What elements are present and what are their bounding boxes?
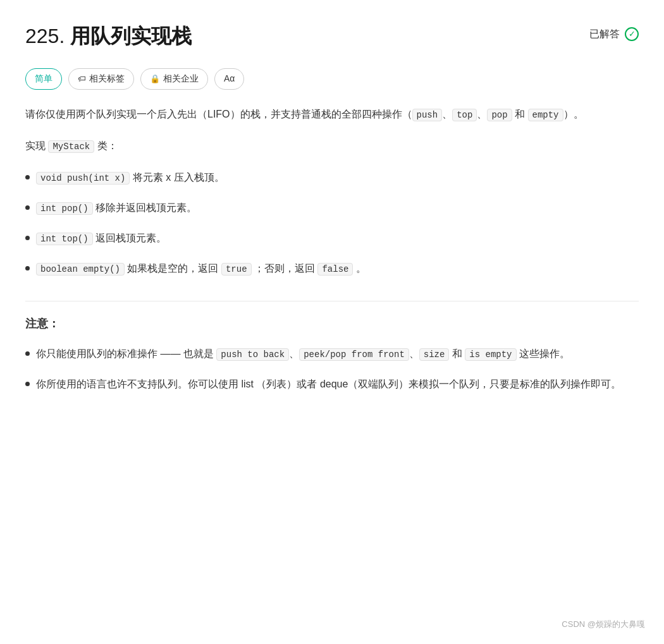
code-push-to-back: push to back (216, 348, 289, 361)
code-top: top (452, 109, 477, 121)
method-top: int top() 返回栈顶元素。 (25, 229, 639, 248)
note-title: 注意： (25, 314, 639, 334)
code-empty: empty (528, 109, 563, 121)
code-size: size (419, 348, 450, 361)
code-true: true (221, 263, 252, 276)
code-is-empty: is empty (465, 348, 516, 361)
tag-related-companies[interactable]: 🔒 相关企业 (140, 68, 208, 90)
note-item-2-content: 你所使用的语言也许不支持队列。你可以使用 list （列表）或者 deque（双… (36, 375, 621, 394)
implement-description: 实现 MyStack 类： (25, 137, 639, 155)
code-int-pop: int pop() (36, 202, 93, 215)
tags-row: 简单 🏷 相关标签 🔒 相关企业 Aα (25, 68, 639, 90)
method-empty-content: boolean empty() 如果栈是空的，返回 true ；否则，返回 fa… (36, 259, 366, 278)
tag-font[interactable]: Aα (214, 68, 244, 90)
font-icon: Aα (224, 71, 235, 87)
code-void-push: void push(int x) (36, 172, 130, 185)
code-pop: pop (487, 109, 512, 121)
method-push-content: void push(int x) 将元素 x 压入栈顶。 (36, 168, 224, 187)
tag-company-text: 相关企业 (163, 71, 199, 87)
code-boolean-empty: boolean empty() (36, 263, 125, 276)
note-item-2: 你所使用的语言也许不支持队列。你可以使用 list （列表）或者 deque（双… (25, 375, 639, 394)
note-item-1: 你只能使用队列的标准操作 —— 也就是 push to back、peek/po… (25, 344, 639, 363)
lock-icon: 🔒 (150, 72, 160, 86)
code-peek-pop-front: peek/pop from front (299, 348, 409, 361)
method-push: void push(int x) 将元素 x 压入栈顶。 (25, 168, 639, 187)
bullet-dot-4 (25, 266, 30, 270)
code-false: false (317, 263, 353, 276)
method-pop-content: int pop() 移除并返回栈顶元素。 (36, 198, 197, 217)
tag-label-icon: 🏷 (78, 72, 86, 86)
bullet-dot-2 (25, 205, 30, 210)
method-pop: int pop() 移除并返回栈顶元素。 (25, 198, 639, 217)
tag-easy[interactable]: 简单 (25, 68, 62, 90)
solved-label: 已解答 (589, 25, 620, 42)
note-dot-1 (25, 351, 30, 356)
page-title: 225. 用队列实现栈 (25, 19, 192, 53)
bullet-dot-1 (25, 175, 30, 179)
page-header: 225. 用队列实现栈 已解答 ✓ (25, 19, 639, 53)
solved-badge: 已解答 ✓ (589, 25, 639, 42)
code-mystack: MyStack (48, 140, 94, 153)
problem-description: 请你仅使用两个队列实现一个后入先出（LIFO）的栈，并支持普通栈的全部四种操作（… (25, 105, 639, 124)
solved-icon: ✓ (625, 27, 639, 41)
tag-label-text: 相关标签 (89, 71, 125, 87)
problem-number: 225. (25, 25, 65, 47)
method-empty: boolean empty() 如果栈是空的，返回 true ；否则，返回 fa… (25, 259, 639, 278)
note-section: 注意： 你只能使用队列的标准操作 —— 也就是 push to back、pee… (25, 301, 639, 394)
problem-title: 用队列实现栈 (70, 25, 192, 47)
tag-related-tags[interactable]: 🏷 相关标签 (68, 68, 134, 90)
method-top-content: int top() 返回栈顶元素。 (36, 229, 166, 248)
bullet-dot-3 (25, 236, 30, 240)
note-dot-2 (25, 382, 30, 386)
code-push: push (412, 109, 443, 121)
note-item-1-content: 你只能使用队列的标准操作 —— 也就是 push to back、peek/po… (36, 344, 570, 363)
note-list: 你只能使用队列的标准操作 —— 也就是 push to back、peek/po… (25, 344, 639, 393)
methods-list: void push(int x) 将元素 x 压入栈顶。 int pop() 移… (25, 168, 639, 278)
watermark: CSDN @烦躁的大鼻嘎 (562, 617, 645, 631)
code-int-top: int top() (36, 233, 93, 245)
